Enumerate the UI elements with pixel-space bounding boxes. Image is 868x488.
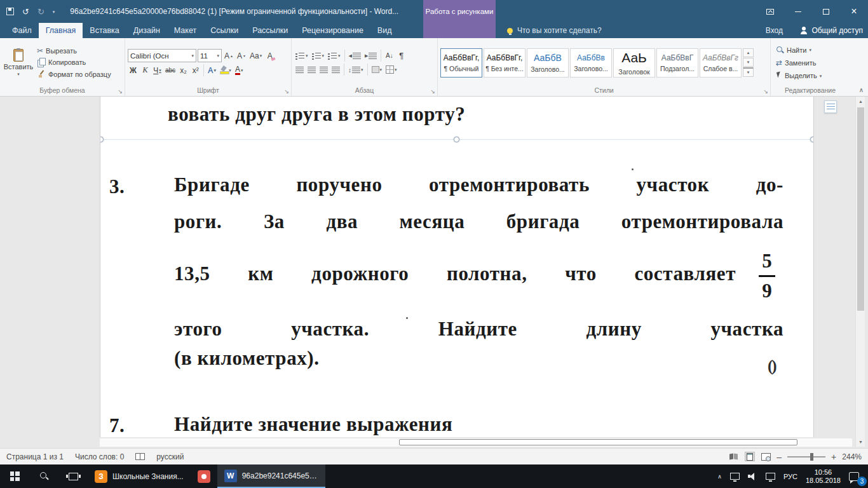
style-no-spacing[interactable]: АаБбВвГг, ¶ Без инте... <box>484 48 526 78</box>
customize-qat-icon[interactable]: ▾ <box>53 10 55 14</box>
shading-button[interactable]: ▾ <box>370 64 384 76</box>
page-icon[interactable] <box>824 100 837 113</box>
format-painter-button[interactable]: Формат по образцу <box>34 69 114 80</box>
gallery-more-button[interactable]: ▼ <box>743 67 754 77</box>
word-count[interactable]: Число слов: 0 <box>75 452 124 461</box>
taskbar-app-browser[interactable]: З Школьные Знания... <box>88 464 191 488</box>
zoom-in-icon[interactable]: + <box>831 452 836 462</box>
horizontal-scrollbar-thumb[interactable] <box>399 439 797 445</box>
monitor-icon[interactable] <box>730 473 740 480</box>
font-dialog-launcher[interactable]: ↘ <box>284 89 289 95</box>
selection-handle-center[interactable] <box>454 137 459 142</box>
style-subtitle[interactable]: АаБбВвГ Подзагол... <box>656 48 698 78</box>
font-family-combo[interactable]: Calibri (Осн ▾ <box>128 49 196 62</box>
collapse-ribbon-icon[interactable]: ∧ <box>859 86 864 93</box>
borders-button[interactable]: ▾ <box>384 64 398 76</box>
style-heading1[interactable]: АаБбВ Заголово... <box>527 48 569 78</box>
replace-button[interactable]: Заменить <box>773 57 824 69</box>
tab-insert[interactable]: Вставка <box>83 23 126 38</box>
change-case-button[interactable]: Аа▾ <box>248 50 263 62</box>
zoom-out-icon[interactable]: – <box>776 452 782 462</box>
clear-formatting-button[interactable]: А <box>264 50 275 62</box>
gallery-down-button[interactable]: ▼ <box>743 58 754 67</box>
tab-view[interactable]: Вид <box>370 23 399 38</box>
superscript-button[interactable]: x² <box>190 64 201 76</box>
print-layout-icon[interactable] <box>745 452 755 461</box>
justify-button[interactable] <box>330 64 341 76</box>
ribbon-display-options-button[interactable] <box>756 0 784 23</box>
network-icon[interactable] <box>766 473 775 480</box>
vertical-scrollbar-thumb[interactable] <box>857 107 864 311</box>
language-indicator[interactable]: русский <box>156 452 184 461</box>
web-layout-icon[interactable] <box>761 452 771 461</box>
strikethrough-button[interactable]: abc <box>164 64 177 76</box>
bullets-button[interactable]: ▾ <box>294 50 309 62</box>
volume-icon[interactable] <box>748 472 757 480</box>
zoom-slider-thumb[interactable] <box>810 453 813 461</box>
page-indicator[interactable]: Страница 1 из 1 <box>6 452 64 461</box>
numbering-button[interactable]: ▾ <box>311 50 326 62</box>
keyboard-language[interactable]: РУС <box>783 473 797 480</box>
share-button[interactable]: Общий доступ <box>800 23 863 38</box>
copy-button[interactable]: Копировать <box>34 57 114 68</box>
tab-mailings[interactable]: Рассылки <box>245 23 295 38</box>
style-subtle-emphasis[interactable]: АаБбВвГг Слабое в... <box>700 48 742 78</box>
taskbar-app-secondary[interactable] <box>191 464 217 488</box>
style-title[interactable]: АаЬ Заголовок <box>613 48 655 78</box>
read-mode-icon[interactable] <box>729 452 739 461</box>
paste-button[interactable]: Вставить ▾ <box>3 40 34 85</box>
text-effects-button[interactable]: А▾ <box>207 64 217 76</box>
tab-references[interactable]: Ссылки <box>203 23 245 38</box>
decrease-indent-button[interactable]: ◀ <box>348 50 362 62</box>
selection-handle-right[interactable] <box>810 137 814 142</box>
select-button[interactable]: Выделить ▾ <box>773 71 824 81</box>
tab-file[interactable]: Файл <box>5 23 39 38</box>
horizontal-scrollbar[interactable] <box>100 438 852 447</box>
style-heading2[interactable]: АаБбВв Заголово... <box>570 48 612 78</box>
grow-font-button[interactable]: А <box>223 50 234 62</box>
tab-home[interactable]: Главная <box>39 23 83 38</box>
paragraph-dialog-launcher[interactable]: ↘ <box>430 89 435 95</box>
task-view-button[interactable] <box>58 464 88 488</box>
scroll-up-icon[interactable]: ▲ <box>856 97 865 106</box>
start-button[interactable] <box>0 464 29 488</box>
tray-expand-icon[interactable]: ∧ <box>717 473 722 480</box>
sort-button[interactable] <box>384 50 395 62</box>
selection-handle-left[interactable] <box>100 137 104 142</box>
font-color-button[interactable]: А▾ <box>234 64 245 76</box>
italic-button[interactable]: К <box>140 64 151 76</box>
undo-icon[interactable] <box>22 8 29 16</box>
align-center-button[interactable] <box>306 64 317 76</box>
align-right-button[interactable] <box>318 64 329 76</box>
zoom-slider[interactable] <box>787 456 825 458</box>
tell-me-box[interactable]: Что вы хотите сделать? <box>507 23 602 38</box>
clock[interactable]: 10:56 18.05.2018 <box>806 468 841 485</box>
styles-dialog-launcher[interactable]: ↘ <box>763 89 768 95</box>
show-paragraph-marks-button[interactable] <box>396 50 407 62</box>
cut-button[interactable]: Вырезать <box>34 46 114 56</box>
gallery-up-button[interactable]: ▲ <box>743 48 754 57</box>
scroll-down-icon[interactable]: ▼ <box>856 437 865 447</box>
line-spacing-button[interactable]: ▾ <box>347 64 365 76</box>
style-normal[interactable]: АаБбВвГг, ¶ Обычный <box>440 48 482 78</box>
multilevel-list-button[interactable]: ▾ <box>327 50 342 62</box>
align-left-button[interactable] <box>294 64 305 76</box>
save-icon[interactable] <box>6 8 14 15</box>
clipboard-dialog-launcher[interactable]: ↘ <box>118 89 123 95</box>
shrink-font-button[interactable]: А <box>236 50 247 62</box>
taskbar-app-word[interactable]: W 96a2be9241c645e5a... <box>217 464 325 488</box>
sign-in-button[interactable]: Вход <box>766 23 783 38</box>
bold-button[interactable]: Ж <box>128 64 139 76</box>
increase-indent-button[interactable]: ▶ <box>363 50 378 62</box>
subscript-button[interactable]: x₂ <box>178 64 189 76</box>
underline-button[interactable]: Ч▾ <box>152 64 163 76</box>
font-size-combo[interactable]: 11 ▾ <box>198 49 222 62</box>
proofing-icon[interactable] <box>135 453 145 460</box>
redo-icon[interactable] <box>37 8 44 16</box>
tab-design[interactable]: Дизайн <box>126 23 167 38</box>
vertical-scrollbar[interactable]: ▲ ▼ <box>855 97 865 447</box>
taskbar-search-button[interactable] <box>29 464 58 488</box>
highlight-color-button[interactable]: ▾ <box>219 64 233 76</box>
tab-layout[interactable]: Макет <box>167 23 203 38</box>
zoom-level[interactable]: 244% <box>842 452 862 461</box>
